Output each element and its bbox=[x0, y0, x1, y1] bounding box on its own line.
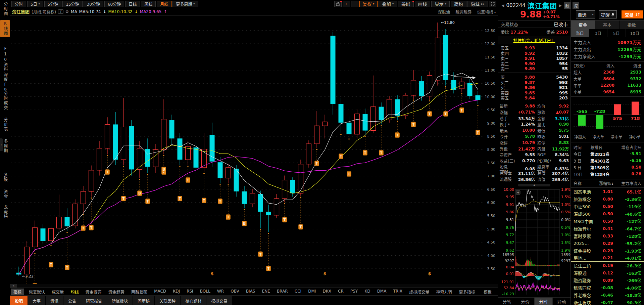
indicator-BIAS[interactable]: BIAS bbox=[246, 289, 255, 295]
indicator-DMI[interactable]: DMI bbox=[308, 289, 316, 295]
chart-scrollbar[interactable]: « bbox=[10, 284, 498, 288]
sector-row[interactable]: 证金持股0.23-1.93亿 bbox=[571, 247, 644, 254]
mini-tab-异动[interactable]: 异动 bbox=[553, 298, 571, 305]
next-stock-icon[interactable]: ▶ bbox=[559, 3, 562, 8]
fund-tab-指数[interactable]: 指数 bbox=[620, 20, 644, 29]
day-tab-当日[interactable]: 当日 bbox=[571, 29, 589, 37]
alert-button[interactable]: 提醒 bbox=[599, 10, 617, 18]
sidebar-item-资金[interactable]: 资金 bbox=[0, 189, 10, 199]
tab-股吧[interactable]: 股吧 bbox=[10, 296, 28, 305]
sector-row[interactable]: 标准普尔0.41-64.7亿 bbox=[571, 225, 644, 232]
bid-row[interactable]: 买一9.885430 bbox=[498, 74, 571, 80]
mini-tab-分价[interactable]: 分价 bbox=[516, 298, 534, 305]
overlay-button[interactable]: 叠加 ▾ bbox=[379, 1, 397, 7]
link-ma-settings[interactable]: 设置均线 ▾ bbox=[477, 9, 496, 14]
ask-row[interactable]: 卖三9.911857 bbox=[498, 55, 571, 61]
badge-hk[interactable]: 港 bbox=[573, 2, 579, 9]
indicator-OBV[interactable]: OBV bbox=[231, 289, 239, 295]
ask-row[interactable]: 卖四9.921832 bbox=[498, 50, 571, 56]
sector-row[interactable]: 长江三角0.19-26.3亿 bbox=[571, 262, 644, 269]
indicator-DKX[interactable]: DKX bbox=[323, 289, 331, 295]
tab-关联品种[interactable]: 关联品种 bbox=[155, 296, 181, 305]
tab-模拟交易[interactable]: 模拟交易 bbox=[206, 296, 232, 305]
sidebar-item-龙虎榜[interactable]: 龙虎榜 bbox=[0, 205, 10, 219]
collapse-handle[interactable]: ▲ bbox=[518, 184, 550, 186]
indicator-恢复默认[interactable]: 恢复默认 bbox=[29, 289, 45, 295]
sector-row[interactable]: 房地...0.21-4.01亿 bbox=[571, 254, 644, 262]
prev-stock-icon[interactable]: ◀ bbox=[501, 3, 504, 8]
sector-row[interactable]: 深股通0.12-163亿 bbox=[571, 269, 644, 276]
indicator-WR[interactable]: WR bbox=[217, 289, 224, 295]
ask-row[interactable]: 卖二9.90954 bbox=[498, 61, 571, 66]
indicator-更多指标[interactable]: 更多指标 bbox=[459, 289, 475, 295]
indicator-ENE[interactable]: ENE bbox=[262, 289, 270, 295]
ask-row[interactable]: 卖一9.8955 bbox=[498, 66, 571, 71]
simple-button[interactable]: 简约 bbox=[451, 1, 466, 7]
lock-icon[interactable] bbox=[334, 1, 342, 7]
indicator-RSI[interactable]: RSI bbox=[187, 289, 193, 295]
kline-chart[interactable]: 12.5012.0011.5011.0010.5010.009.509.008.… bbox=[10, 16, 498, 284]
indicator-label[interactable]: 指标 bbox=[11, 289, 24, 295]
sector-row[interactable]: 养老概念-0.46-18.8亿 bbox=[571, 291, 644, 299]
indicator-资金趋势[interactable]: 资金趋势 bbox=[108, 289, 125, 295]
tab-核心题材[interactable]: 核心题材 bbox=[181, 296, 206, 305]
bid-row[interactable]: 买三9.86921 bbox=[498, 85, 571, 90]
indicator-虚拟成交量[interactable]: 虚拟成交量 bbox=[409, 289, 429, 295]
sidebar-expand-handle[interactable]: › bbox=[0, 138, 3, 151]
help-icon[interactable]: ? bbox=[58, 9, 63, 14]
sector-row[interactable]: 2025...0.29-55.2亿 bbox=[571, 239, 644, 247]
indicator-BRAR[interactable]: BRAR bbox=[277, 289, 288, 295]
day-tab-3日[interactable]: 3日 bbox=[589, 29, 608, 37]
mini-tab-分时[interactable]: 分时 bbox=[535, 298, 553, 305]
sector-row[interactable]: 深成5000.50-48.6亿 bbox=[571, 210, 644, 217]
sector-row[interactable]: 旅游概念0.80-3.36亿 bbox=[571, 195, 644, 203]
period-button-日线[interactable]: 日线 bbox=[125, 1, 140, 7]
indicator-KDJ[interactable]: KDJ bbox=[173, 289, 180, 295]
fullscreen-icon[interactable] bbox=[489, 1, 496, 7]
indicator-成交量[interactable]: 成交量 bbox=[52, 289, 64, 295]
period-button-60分钟[interactable]: 60分钟 bbox=[104, 1, 124, 7]
tab-大事[interactable]: 大事 bbox=[28, 296, 46, 305]
scroll-left-button[interactable]: « bbox=[10, 284, 17, 288]
period-button-月线[interactable]: 月线 bbox=[157, 1, 171, 7]
indicator-TRIX[interactable]: TRIX bbox=[393, 289, 402, 295]
period-button-分时[interactable]: 分时 bbox=[11, 1, 26, 7]
period-button-周线[interactable]: 周线 bbox=[141, 1, 156, 7]
indicator-BOLL[interactable]: BOLL bbox=[200, 289, 210, 295]
fund-tab-基本[interactable]: 基本 bbox=[595, 20, 620, 29]
ask-row[interactable]: 卖五9.931334 bbox=[498, 45, 571, 50]
period-button-15分钟[interactable]: 15分钟 bbox=[62, 1, 82, 7]
hide-button[interactable]: 隐藏 ▶▶ bbox=[467, 1, 488, 7]
bid-row[interactable]: 买二9.87993 bbox=[498, 80, 571, 85]
badge-margin[interactable]: 融 bbox=[564, 2, 571, 9]
sector-row[interactable]: 中证5000.50-119亿 bbox=[571, 203, 644, 210]
draw-button[interactable]: 画线 bbox=[415, 1, 431, 7]
indicator-两融差额[interactable]: 两融差额 bbox=[131, 289, 147, 295]
zoom-in-button[interactable]: + bbox=[343, 1, 350, 7]
sector-row[interactable]: MSCI中国0.50-127亿 bbox=[571, 217, 644, 225]
gear-icon[interactable]: ⚙ bbox=[65, 9, 69, 14]
sector-row[interactable]: 富时罗素0.33-128亿 bbox=[571, 232, 644, 239]
sidebar-item-深度F9[interactable]: 深度F9 bbox=[0, 73, 10, 93]
tab-公告[interactable]: 公告 bbox=[63, 296, 81, 305]
period-button-5日[interactable]: 5日▾ bbox=[27, 1, 43, 7]
period-button-30分钟[interactable]: 30分钟 bbox=[84, 1, 103, 7]
trade-button[interactable]: 交易↓↑ bbox=[622, 10, 643, 18]
link-szconnect[interactable]: 深股通 bbox=[438, 9, 450, 14]
sidebar-item-K线图[interactable]: K线图 bbox=[0, 20, 10, 37]
indicator-PSY[interactable]: PSY bbox=[350, 289, 358, 295]
tab-所属板块[interactable]: 所属板块 bbox=[107, 296, 133, 305]
indicator-KD[interactable]: KD bbox=[364, 289, 370, 295]
bid-row[interactable]: 买五9.84203 bbox=[498, 95, 571, 100]
day-tab-10日[interactable]: 10日 bbox=[626, 29, 644, 37]
zoom-out-button[interactable]: − bbox=[351, 1, 358, 7]
indicator-DMA[interactable]: DMA bbox=[377, 289, 387, 295]
sector-row[interactable]: 融资融券0.09-269亿 bbox=[571, 276, 644, 284]
open-account-ad-link[interactable]: 抓住机会，即刻开户！ bbox=[498, 36, 571, 44]
intraday-mini-chart[interactable]: 10.009.959.919.869.819.769.729.679.621.9… bbox=[498, 188, 571, 297]
link-margin[interactable]: 融资融券 bbox=[455, 9, 472, 14]
bid-row[interactable]: 买四9.85995 bbox=[498, 90, 571, 95]
sidebar-item-分时成交[interactable]: 分时成交 bbox=[0, 91, 10, 110]
display-button[interactable]: 显示 ▾ bbox=[431, 1, 450, 7]
tab-问董秘[interactable]: 问董秘 bbox=[133, 296, 155, 305]
